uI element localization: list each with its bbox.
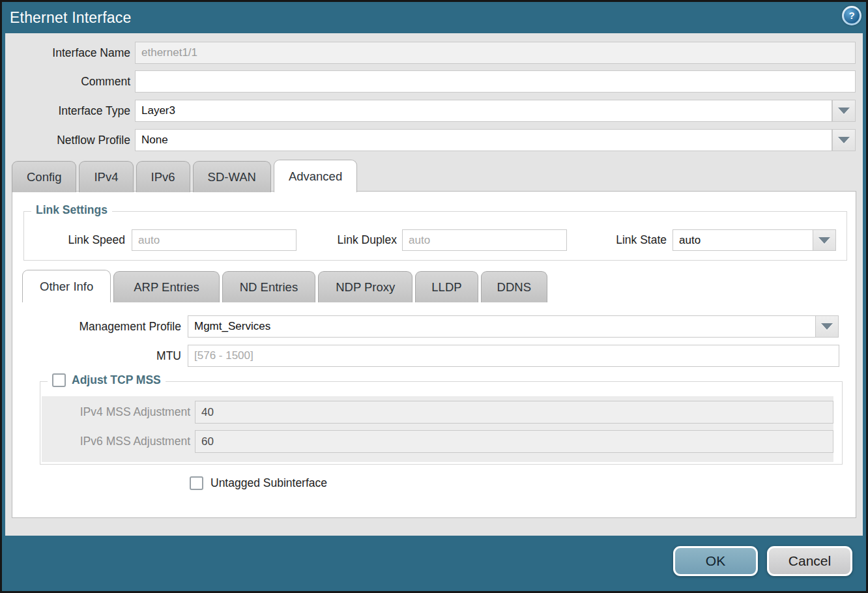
tab-ipv4[interactable]: IPv4 (79, 161, 133, 192)
link-speed-label: Link Speed (24, 229, 125, 251)
interface-type-label: Interface Type (5, 100, 130, 122)
interface-type-dropdown-button[interactable] (832, 100, 856, 122)
comment-field[interactable] (135, 70, 856, 93)
interface-type-field[interactable] (135, 100, 832, 122)
interface-name-field (135, 42, 856, 64)
help-button[interactable]: ? (842, 6, 861, 25)
tab-other-info[interactable]: Other Info (22, 270, 111, 302)
cancel-button[interactable]: Cancel (767, 546, 852, 576)
tab-config[interactable]: Config (12, 161, 76, 192)
netflow-profile-field[interactable] (135, 129, 832, 151)
netflow-profile-dropdown-button[interactable] (832, 129, 856, 151)
untagged-subinterface-checkbox[interactable] (190, 476, 203, 490)
tab-ipv6[interactable]: IPv6 (136, 161, 190, 192)
dialog-footer: OK Cancel (2, 536, 866, 591)
comment-label: Comment (5, 70, 130, 93)
netflow-profile-label: Netflow Profile (5, 129, 130, 151)
untagged-subinterface-row: Untagged Subinterface (190, 476, 327, 490)
tab-nd-entries[interactable]: ND Entries (222, 271, 315, 302)
link-settings-legend: Link Settings (31, 203, 112, 217)
dialog-body: Interface Name Comment Interface Type Ne… (5, 33, 863, 536)
tab-ddns[interactable]: DDNS (481, 271, 547, 302)
mtu-field[interactable] (188, 345, 839, 367)
main-tab-bar: Config IPv4 IPv6 SD-WAN Advanced (12, 160, 357, 192)
ipv6-mss-field (195, 430, 833, 453)
link-duplex-label: Link Duplex (311, 229, 397, 251)
adjust-tcp-mss-checkbox[interactable] (52, 373, 66, 387)
untagged-subinterface-label: Untagged Subinterface (210, 476, 327, 490)
tab-sd-wan[interactable]: SD-WAN (193, 161, 271, 192)
ipv6-mss-label: IPv6 MSS Adjustment (66, 430, 190, 453)
tab-advanced[interactable]: Advanced (274, 160, 357, 192)
link-state-label: Link State (578, 229, 667, 251)
ipv4-mss-field (195, 401, 833, 424)
advanced-tab-panel: Link Settings Link Speed Link Duplex Lin… (12, 191, 856, 518)
link-settings-group: Link Settings Link Speed Link Duplex Lin… (23, 211, 847, 261)
tab-ndp-proxy[interactable]: NDP Proxy (318, 271, 412, 302)
adjust-tcp-mss-group: Adjust TCP MSS IPv4 MSS Adjustment IPv6 … (40, 381, 843, 465)
inner-tab-bar: Other Info ARP Entries ND Entries NDP Pr… (22, 270, 547, 302)
chevron-down-icon (838, 137, 850, 143)
chevron-down-icon (821, 323, 833, 330)
ipv4-mss-label: IPv4 MSS Adjustment (66, 401, 190, 424)
adjust-tcp-mss-legend-wrap: Adjust TCP MSS (48, 373, 166, 387)
help-icon: ? (844, 8, 860, 23)
link-state-field[interactable] (673, 229, 813, 251)
tab-arp-entries[interactable]: ARP Entries (113, 271, 219, 302)
dialog-title: Ethernet Interface (10, 9, 131, 27)
chevron-down-icon (838, 108, 850, 114)
ethernet-interface-dialog: Ethernet Interface ? Interface Name Comm… (0, 0, 868, 593)
link-speed-field[interactable] (132, 229, 297, 251)
management-profile-field[interactable] (188, 315, 816, 338)
link-duplex-field[interactable] (402, 229, 567, 251)
chevron-down-icon (818, 237, 830, 244)
mtu-label: MTU (12, 345, 181, 367)
ok-button[interactable]: OK (673, 546, 758, 576)
link-state-dropdown-button[interactable] (813, 229, 836, 251)
management-profile-label: Management Profile (12, 315, 181, 338)
adjust-tcp-mss-legend: Adjust TCP MSS (72, 373, 161, 387)
tab-lldp[interactable]: LLDP (415, 271, 478, 302)
interface-name-label: Interface Name (5, 42, 130, 64)
title-bar: Ethernet Interface (2, 2, 866, 33)
management-profile-dropdown-button[interactable] (815, 315, 839, 338)
